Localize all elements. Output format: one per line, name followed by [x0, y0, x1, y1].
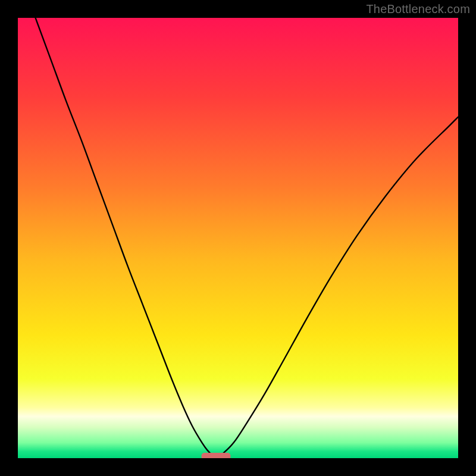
plot-background — [18, 18, 458, 458]
watermark-text: TheBottleneck.com — [366, 2, 470, 16]
optimal-marker — [202, 453, 231, 458]
bottleneck-chart — [18, 18, 458, 458]
chart-frame: TheBottleneck.com — [0, 0, 476, 476]
